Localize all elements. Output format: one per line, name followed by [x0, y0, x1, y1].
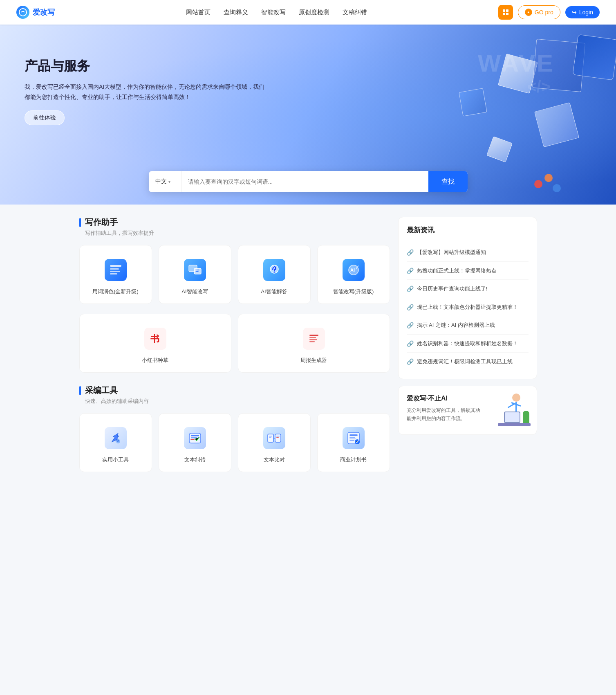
language-selector[interactable]: 中文 ▾: [149, 171, 181, 192]
nav-lookup[interactable]: 查询释义: [224, 9, 248, 16]
svg-rect-3: [110, 271, 120, 272]
tool-text-correct[interactable]: 文本纠错: [159, 413, 231, 472]
smart-rewrite-label: 智能改写(升级版): [333, 288, 374, 295]
svg-point-0: [19, 9, 27, 16]
news-card: 最新资讯 🔗 【爱改写】网站升级模型通知 🔗 热搜功能正式上线！掌握网络热点 🔗…: [398, 217, 537, 379]
tool-smart-rewrite[interactable]: AI 智能改写(升级版): [317, 245, 390, 304]
search-input[interactable]: [181, 171, 428, 192]
go-pro-icon: ●: [525, 9, 532, 16]
svg-rect-2: [110, 268, 119, 270]
writing-polish-icon: [105, 259, 127, 281]
writing-section-title: 写作助手: [79, 217, 390, 228]
tool-word-polish[interactable]: 用词润色(全新升级): [79, 245, 152, 304]
right-panel: 最新资讯 🔗 【爱改写】网站升级模型通知 🔗 热搜功能正式上线！掌握网络热点 🔗…: [398, 217, 537, 482]
editing-subtitle: 快速、高效的辅助采编内容: [85, 398, 390, 405]
news-item-0[interactable]: 🔗 【爱改写】网站升级模型通知: [407, 243, 529, 262]
text-compare-label: 文本比对: [264, 456, 285, 463]
figure-desk: [498, 423, 531, 426]
main-content: 写作助手 写作辅助工具，撰写效率提升 用词润色: [63, 205, 553, 494]
logo[interactable]: 爱改写: [16, 6, 55, 19]
svg-rect-21: [191, 435, 199, 436]
news-item-1[interactable]: 🔗 热搜功能正式上线！掌握网络热点: [407, 262, 529, 280]
weekly-report-label: 周报生成器: [300, 357, 327, 364]
news-text-3: 现已上线！文本颜色分析器让提取更精准！: [417, 303, 518, 311]
svg-text:书: 书: [150, 334, 159, 344]
news-item-2[interactable]: 🔗 今日历史事件查询功能上线了!: [407, 280, 529, 298]
ai-answer-label: AI智能解答: [261, 288, 287, 295]
svg-rect-26: [269, 437, 271, 438]
business-plan-icon-wrap: [340, 425, 367, 451]
news-item-6[interactable]: 🔗 避免违规词汇！极限词检测工具现已上线: [407, 353, 529, 371]
link-icon-4: 🔗: [407, 322, 414, 328]
figure-arm2: [507, 403, 515, 408]
news-item-3[interactable]: 🔗 现已上线！文本颜色分析器让提取更精准！: [407, 298, 529, 317]
figure-plant: [523, 411, 529, 423]
weekly-report-icon: [303, 328, 325, 350]
news-text-4: 揭示 AI 之谜：AI 内容检测器上线: [417, 321, 495, 329]
business-plan-label: 商业计划书: [340, 456, 367, 463]
search-button[interactable]: 查找: [428, 171, 468, 192]
writing-tools-row1: 用词润色(全新升级) AI智能改写: [79, 245, 390, 304]
tool-practical[interactable]: 实用小工具: [79, 413, 152, 472]
promo-figure: [492, 389, 533, 434]
writing-section-header: 写作助手 写作辅助工具，撰写效率提升: [79, 217, 390, 237]
tool-xiaohongshu[interactable]: 书 小红书种草: [79, 314, 231, 373]
svg-rect-31: [349, 437, 355, 438]
svg-rect-28: [276, 437, 279, 438]
tool-business-plan[interactable]: 商业计划书: [317, 413, 390, 472]
writing-tools-row2: 书 小红书种草: [79, 314, 390, 373]
section-bar: [79, 218, 81, 227]
editing-section-bar: [79, 386, 81, 395]
chevron-down-icon: ▾: [168, 180, 170, 184]
login-button[interactable]: ↪ Login: [565, 6, 600, 18]
word-polish-label: 用词润色(全新升级): [92, 288, 139, 295]
news-text-5: 姓名识别利器：快速提取和解析姓名数据！: [417, 340, 518, 348]
link-icon-6: 🔗: [407, 358, 414, 365]
svg-rect-4: [110, 273, 117, 274]
practical-label: 实用小工具: [102, 456, 129, 463]
word-polish-icon-wrap: [103, 257, 129, 283]
svg-text:AI: AI: [272, 266, 276, 271]
tool-text-compare[interactable]: 文本比对: [238, 413, 311, 472]
writing-title-text: 写作助手: [85, 217, 118, 228]
tool-ai-rewrite[interactable]: AI智能改写: [159, 245, 231, 304]
news-text-0: 【爱改写】网站升级模型通知: [417, 248, 486, 256]
svg-rect-16: [309, 337, 316, 338]
xiaohongshu-icon-wrap: 书: [142, 326, 168, 352]
svg-point-8: [273, 272, 275, 273]
link-icon-1: 🔗: [407, 268, 414, 274]
editing-section-header: 采编工具 快速、高效的辅助采编内容: [79, 385, 390, 405]
login-icon: ↪: [572, 9, 577, 16]
nav-smart-rewrite[interactable]: 智能改写: [261, 9, 286, 16]
smart-rewrite-icon-wrap: AI: [340, 257, 367, 283]
left-panel: 写作助手 写作辅助工具，撰写效率提升 用词润色: [79, 217, 390, 482]
experience-button[interactable]: 前往体验: [25, 110, 65, 125]
hero-content: 产品与服务 我，爱改写已经全面接入国内AI大模型，作为你的智能伙伴，无论您的需求…: [0, 25, 616, 142]
smart-rewrite-icon: AI: [343, 259, 365, 281]
svg-rect-1: [110, 265, 121, 267]
header-actions: ● GO pro ↪ Login: [498, 5, 600, 20]
editing-tools-grid: 实用小工具 文本纠错: [79, 413, 390, 472]
svg-rect-27: [276, 436, 280, 436]
news-item-4[interactable]: 🔗 揭示 AI 之谜：AI 内容检测器上线: [407, 316, 529, 335]
nav-originality[interactable]: 原创度检测: [299, 9, 329, 16]
practical-icon-wrap: [103, 425, 129, 451]
nav-home[interactable]: 网站首页: [186, 9, 211, 16]
xiaohongshu-icon: 书: [144, 328, 166, 350]
hero-description: 我，爱改写已经全面接入国内AI大模型，作为你的智能伙伴，无论您的需求来自哪个领域…: [25, 82, 270, 102]
login-label: Login: [579, 9, 593, 16]
main-nav: 网站首页 查询释义 智能改写 原创度检测 文稿纠错: [186, 9, 367, 16]
figure-head: [512, 394, 520, 402]
tool-ai-answer[interactable]: AI AI智能解答: [238, 245, 311, 304]
search-section: 中文 ▾ 查找: [0, 171, 616, 205]
link-icon-2: 🔗: [407, 286, 414, 292]
search-bar: 中文 ▾ 查找: [149, 171, 468, 192]
tool-weekly-report[interactable]: 周报生成器: [238, 314, 390, 373]
go-pro-button[interactable]: ● GO pro: [518, 5, 560, 19]
nav-proofread[interactable]: 文稿纠错: [343, 9, 367, 16]
news-item-5[interactable]: 🔗 姓名识别利器：快速提取和解析姓名数据！: [407, 335, 529, 353]
figure-illustration: [492, 389, 533, 434]
svg-rect-14: [308, 333, 320, 345]
ai-rewrite-label: AI智能改写: [181, 288, 208, 295]
grid-button[interactable]: [498, 5, 513, 20]
